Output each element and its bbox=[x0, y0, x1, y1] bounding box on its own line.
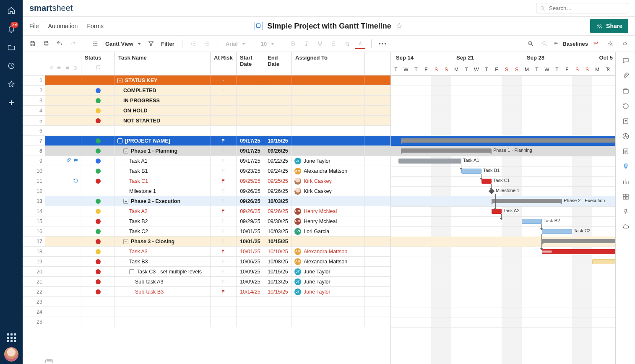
save-icon[interactable] bbox=[27, 38, 39, 49]
settings-icon[interactable] bbox=[605, 38, 617, 49]
cell-assignee[interactable] bbox=[292, 136, 365, 146]
cell-status[interactable] bbox=[81, 237, 115, 246]
conversations-icon[interactable] bbox=[619, 55, 632, 67]
expander-icon[interactable]: – bbox=[123, 199, 128, 204]
gantt-summary[interactable] bbox=[401, 148, 492, 153]
indent-icon[interactable] bbox=[201, 38, 213, 49]
cell-start[interactable] bbox=[237, 307, 264, 317]
cell-risk[interactable] bbox=[211, 267, 237, 276]
row-number[interactable]: 13 bbox=[23, 196, 45, 206]
cell-task[interactable] bbox=[115, 297, 211, 307]
font-picker[interactable]: Arial bbox=[223, 41, 248, 47]
underline-icon[interactable] bbox=[314, 38, 326, 49]
menu-file[interactable]: File bbox=[29, 23, 39, 29]
update-requests-icon[interactable] bbox=[619, 100, 632, 112]
row-number[interactable]: 21 bbox=[23, 277, 45, 286]
row-number[interactable]: 19 bbox=[23, 257, 45, 266]
cell-status[interactable] bbox=[81, 297, 115, 307]
cell-end[interactable]: 10/15/25 bbox=[264, 287, 292, 296]
more-icon[interactable] bbox=[377, 38, 388, 49]
cell-status[interactable] bbox=[81, 307, 115, 317]
cell-end[interactable]: 10/15/25 bbox=[264, 237, 292, 246]
cell-task[interactable]: NOT STARTED bbox=[115, 116, 211, 125]
cell-risk[interactable] bbox=[211, 176, 237, 186]
cell-assignee[interactable] bbox=[292, 75, 365, 85]
baselines-button[interactable]: Baselines bbox=[553, 40, 588, 47]
cell-start[interactable]: 09/17/25 bbox=[237, 156, 264, 166]
cell-status[interactable] bbox=[81, 277, 115, 286]
cell-risk[interactable] bbox=[211, 277, 237, 286]
cell-assignee[interactable]: LGLori Garcia bbox=[292, 226, 365, 236]
cell-start[interactable]: 09/17/25 bbox=[237, 136, 264, 146]
cell-risk[interactable] bbox=[211, 287, 237, 296]
cell-task[interactable]: –Phase 3 - Closing bbox=[115, 237, 211, 246]
worklog-icon[interactable] bbox=[619, 175, 632, 188]
row-number[interactable]: 24 bbox=[23, 307, 45, 317]
cell-start[interactable]: 10/09/25 bbox=[237, 277, 264, 286]
hdr-task[interactable]: Task Name bbox=[115, 52, 211, 75]
redo-icon[interactable] bbox=[67, 38, 79, 49]
grid-row[interactable]: 15Task B209/29/2509/30/25HMHenry McNeal bbox=[23, 216, 391, 226]
expander-icon[interactable]: – bbox=[123, 239, 128, 244]
grid-row[interactable]: 14Task A209/26/2509/26/25HMHenry McNeal bbox=[23, 206, 391, 216]
cell-assignee[interactable] bbox=[292, 196, 365, 206]
gantt-summary[interactable] bbox=[401, 138, 615, 143]
view-picker[interactable]: Gantt View bbox=[103, 41, 143, 47]
grid-row[interactable]: 6 bbox=[23, 126, 391, 136]
cell-start[interactable] bbox=[237, 297, 264, 307]
bell-icon[interactable]: 29 bbox=[3, 21, 19, 37]
row-number[interactable]: 25 bbox=[23, 317, 45, 327]
cell-task[interactable]: Sub-task A3 bbox=[115, 277, 211, 286]
hdr-end[interactable]: End Date bbox=[264, 52, 292, 75]
fill-icon[interactable] bbox=[341, 38, 353, 49]
grid-row[interactable]: 18Task A310/01/2510/10/25AMAlexandra Mat… bbox=[23, 247, 391, 257]
cell-status[interactable] bbox=[81, 196, 115, 206]
cell-status[interactable] bbox=[81, 216, 115, 226]
cell-risk[interactable] bbox=[211, 237, 237, 246]
add-icon[interactable] bbox=[3, 95, 19, 111]
grid-row[interactable]: 23 bbox=[23, 297, 391, 307]
cell-task[interactable]: –Phase 1 - Planning bbox=[115, 146, 211, 156]
cell-assignee[interactable] bbox=[292, 317, 365, 327]
brand-logo[interactable]: smartsheet bbox=[29, 3, 73, 13]
grid-row[interactable]: 2COMPLETED- bbox=[23, 86, 391, 96]
cell-start[interactable]: 09/26/25 bbox=[237, 206, 264, 216]
cell-assignee[interactable]: Kirk Caskey bbox=[292, 176, 365, 186]
cell-task[interactable]: Sub-task B3 bbox=[115, 287, 211, 296]
cell-task[interactable]: Task B2 bbox=[115, 216, 211, 226]
favorite-toggle[interactable] bbox=[396, 22, 403, 30]
cell-start[interactable]: 10/09/25 bbox=[237, 267, 264, 276]
row-number[interactable]: 12 bbox=[23, 186, 45, 196]
gantt-summary[interactable] bbox=[542, 239, 615, 243]
cell-start[interactable]: 09/29/25 bbox=[237, 216, 264, 226]
hdr-risk[interactable]: At Risk bbox=[211, 52, 237, 75]
cell-risk[interactable]: - bbox=[211, 96, 237, 105]
cell-end[interactable] bbox=[264, 297, 292, 307]
cell-risk[interactable] bbox=[211, 297, 237, 307]
activity-icon[interactable] bbox=[619, 130, 632, 143]
cell-start[interactable] bbox=[237, 86, 264, 95]
row-number[interactable]: 10 bbox=[23, 166, 45, 176]
cell-risk[interactable] bbox=[211, 307, 237, 317]
row-number[interactable]: 8 bbox=[23, 146, 45, 156]
print-icon[interactable] bbox=[40, 38, 52, 49]
row-number[interactable]: 3 bbox=[23, 96, 45, 105]
italic-icon[interactable] bbox=[301, 38, 312, 49]
cell-status[interactable] bbox=[81, 287, 115, 296]
cell-risk[interactable] bbox=[211, 126, 237, 135]
cell-assignee[interactable]: AMAlexandra Mattson bbox=[292, 247, 365, 256]
cell-end[interactable] bbox=[264, 307, 292, 317]
grid-row[interactable]: 22Sub-task B310/14/2510/15/25JTJune Tayl… bbox=[23, 287, 391, 297]
user-avatar[interactable] bbox=[4, 347, 18, 361]
textcolor-icon[interactable] bbox=[354, 38, 366, 49]
cell-end[interactable]: 10/15/25 bbox=[264, 136, 292, 146]
cell-assignee[interactable] bbox=[292, 126, 365, 135]
hdr-status[interactable]: Status bbox=[81, 52, 115, 75]
cell-task[interactable]: –Phase 2 - Execution bbox=[115, 196, 211, 206]
cell-risk[interactable] bbox=[211, 257, 237, 266]
cell-status[interactable] bbox=[81, 136, 115, 146]
grid-row[interactable]: 13–Phase 2 - Execution09/26/2510/03/25 bbox=[23, 196, 391, 206]
cell-assignee[interactable] bbox=[292, 116, 365, 125]
gantt-bar[interactable] bbox=[492, 209, 502, 214]
cell-end[interactable]: 09/30/25 bbox=[264, 216, 292, 226]
